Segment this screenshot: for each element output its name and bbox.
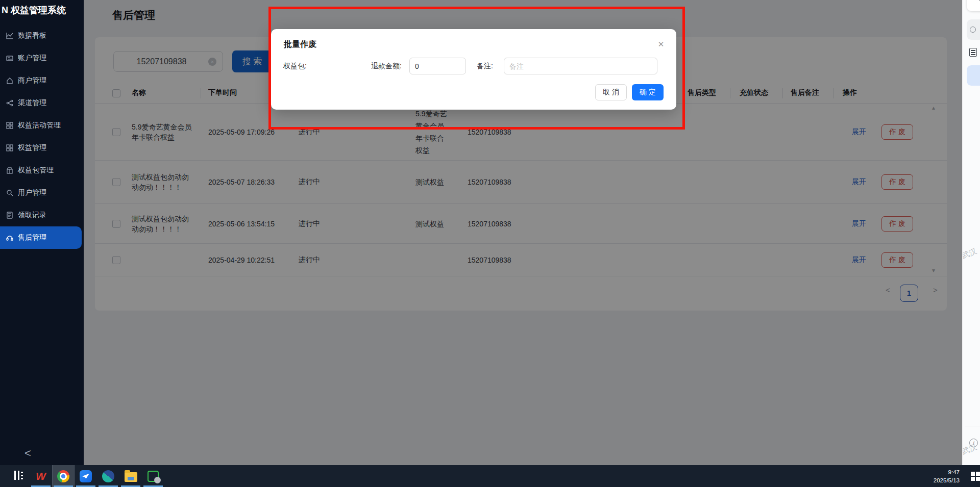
shop-icon	[6, 77, 13, 84]
annotation-red-box	[268, 7, 685, 130]
sidebar-item-label: 权益包管理	[18, 166, 54, 175]
sidebar-item-rights-mgmt[interactable]: 权益管理	[0, 137, 84, 159]
panel-active-tool[interactable]	[967, 65, 980, 86]
user-search-icon	[6, 189, 13, 196]
sidebar-item-activity-mgmt[interactable]: 权益活动管理	[0, 114, 84, 137]
sidebar-item-claim-records[interactable]: 领取记录	[0, 204, 84, 226]
share-nodes-icon	[6, 99, 13, 107]
watermark: 武汉	[962, 246, 978, 261]
sidebar-item-label: 渠道管理	[18, 98, 46, 108]
sidebar-item-account-mgmt[interactable]: 账户管理	[0, 47, 84, 69]
sidebar-item-label: 售后管理	[18, 233, 46, 242]
search-icon	[970, 27, 976, 33]
sidebar-item-label: 权益活动管理	[18, 121, 61, 130]
sidebar-item-label: 商户管理	[18, 76, 46, 85]
panel-top-button[interactable]	[967, 0, 980, 11]
taskbar-app-dingtalk[interactable]	[75, 465, 97, 487]
sidebar-item-channel-mgmt[interactable]: 渠道管理	[0, 92, 84, 114]
records-icon	[6, 212, 13, 219]
headset-icon	[6, 234, 13, 241]
sidebar-item-label: 权益管理	[18, 143, 46, 152]
sidebar: N 权益管理系统 数据看板 账户管理 商户管理 渠道管理 权益活动管理	[0, 0, 84, 465]
clock-time: 9:47	[914, 468, 960, 476]
grid-icon	[6, 122, 13, 129]
taskbar-app-screenshot[interactable]	[142, 465, 164, 487]
screenshot-icon	[148, 471, 159, 482]
list-icon[interactable]	[969, 48, 977, 57]
lark-icon	[102, 470, 114, 482]
sidebar-item-merchant-mgmt[interactable]: 商户管理	[0, 69, 84, 92]
folder-icon	[125, 472, 137, 482]
sidebar-item-aftersale-mgmt[interactable]: 售后管理	[0, 226, 82, 249]
taskbar-app-chrome[interactable]	[52, 465, 75, 487]
app-logo-title: N 权益管理系统	[2, 4, 88, 16]
wps-icon: W	[36, 470, 46, 482]
sidebar-item-label: 领取记录	[18, 211, 46, 220]
sidebar-item-label: 账户管理	[18, 54, 46, 63]
package-icon	[6, 167, 13, 174]
grid-app-icon	[13, 470, 24, 483]
chrome-icon	[57, 470, 69, 482]
sidebar-item-label: 用户管理	[18, 188, 46, 197]
desktop: N 权益管理系统 数据看板 账户管理 商户管理 渠道管理 权益活动管理	[0, 0, 980, 487]
sidebar-item-package-mgmt[interactable]: 权益包管理	[0, 159, 84, 182]
right-side-panel: 武汉 i 武汉	[962, 0, 980, 465]
sidebar-collapse-button[interactable]: <	[24, 447, 31, 460]
sidebar-item-label: 数据看板	[18, 31, 46, 40]
sidebar-item-user-mgmt[interactable]: 用户管理	[0, 182, 84, 204]
taskbar-app-wps[interactable]: W	[30, 465, 52, 487]
taskbar-apps: W	[7, 465, 164, 487]
taskbar-app-lark[interactable]	[97, 465, 119, 487]
windows-logo-icon[interactable]	[971, 472, 980, 481]
id-card-icon	[6, 55, 13, 62]
panel-divider	[965, 426, 980, 426]
dingtalk-icon	[80, 470, 92, 482]
sidebar-menu: 数据看板 账户管理 商户管理 渠道管理 权益活动管理 权益管理	[0, 24, 84, 249]
grid-icon	[6, 144, 13, 151]
taskbar: W 9:47 2025/5/13	[0, 465, 980, 487]
taskbar-app-explorer[interactable]	[119, 465, 142, 487]
clock-date: 2025/5/13	[914, 476, 960, 484]
sidebar-item-data-dashboard[interactable]: 数据看板	[0, 24, 84, 47]
taskbar-app-grid[interactable]	[7, 465, 30, 487]
panel-search-button[interactable]	[967, 19, 980, 40]
taskbar-clock[interactable]: 9:47 2025/5/13	[914, 468, 960, 484]
chart-line-icon	[6, 32, 13, 39]
